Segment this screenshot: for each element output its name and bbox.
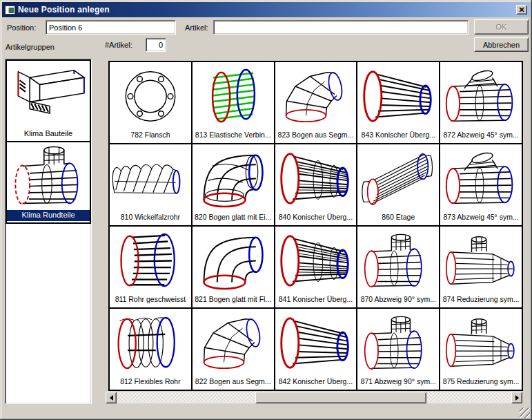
reduzierung-icon bbox=[442, 309, 520, 377]
konisch-a-icon bbox=[359, 62, 437, 131]
klima-bauteile-icon bbox=[8, 61, 88, 128]
window-title: Neue Position anlegen bbox=[18, 5, 110, 15]
article-cell[interactable]: 782 Flansch bbox=[110, 62, 191, 143]
scrollbar-thumb[interactable] bbox=[255, 392, 426, 403]
article-cell[interactable]: 810 Wickelfalzrohr bbox=[110, 144, 191, 225]
article-cell[interactable]: 872 Abzweig 45° sym... bbox=[440, 62, 522, 143]
bogen-glatt-grid-icon bbox=[195, 144, 272, 213]
article-label: 812 Flexibles Rohr bbox=[120, 377, 181, 388]
horizontal-scrollbar[interactable] bbox=[106, 392, 522, 403]
elastische-icon bbox=[195, 62, 272, 131]
resize-grip-icon[interactable] bbox=[520, 408, 530, 418]
article-label: 841 Konischer Überg... bbox=[279, 295, 353, 305]
article-cell[interactable]: 842 Konischer Überg... bbox=[275, 309, 357, 390]
article-cell[interactable]: 813 Elastische Verbin... bbox=[193, 62, 274, 143]
article-label: 874 Reduzierung sym... bbox=[443, 295, 520, 305]
article-label: 821 Bogen glatt mit Fl... bbox=[195, 295, 271, 305]
new-position-dialog: Neue Position anlegen ✕ Position: Artike… bbox=[0, 0, 532, 420]
article-label: 842 Konischer Überg... bbox=[279, 377, 353, 388]
article-cell[interactable]: 840 Konischer Überg... bbox=[275, 144, 357, 225]
artikel-count-value: 0 bbox=[146, 38, 166, 52]
article-cell[interactable]: 874 Reduzierung sym... bbox=[440, 227, 522, 307]
article-label: 872 Abzweig 45° sym... bbox=[443, 131, 518, 141]
abzweig90-icon bbox=[359, 227, 437, 295]
konisch-b-icon bbox=[277, 144, 354, 213]
wickelfalz-icon bbox=[112, 144, 189, 213]
article-cell[interactable]: 823 Bogen aus Segm... bbox=[275, 62, 357, 143]
konisch-a-icon bbox=[277, 309, 354, 377]
article-label: 822 Bogen aus Segm... bbox=[195, 377, 271, 388]
artikel-count-label: #Artikel: bbox=[105, 41, 132, 49]
article-cell[interactable]: 820 Bogen glatt mit Ei... bbox=[193, 144, 274, 225]
scroll-right-icon bbox=[515, 395, 522, 401]
reduzierung-icon bbox=[442, 227, 520, 295]
article-label: 820 Bogen glatt mit Ei... bbox=[195, 213, 271, 223]
article-cell[interactable]: 811 Rohr geschweisst bbox=[110, 227, 191, 307]
abzweig45-icon bbox=[442, 144, 520, 213]
etage-icon bbox=[359, 144, 437, 213]
article-cell[interactable]: 875 Reduzierung sym... bbox=[440, 309, 522, 390]
article-cell[interactable]: 843 Konischer Überg... bbox=[357, 62, 439, 143]
article-label: 811 Rohr geschweisst bbox=[115, 295, 186, 305]
article-label: 843 Konischer Überg... bbox=[362, 131, 435, 141]
article-grid: 782 Flansch 813 Elastische Verbin... 823… bbox=[108, 61, 523, 391]
flexibles-icon bbox=[112, 309, 189, 377]
article-label: 840 Konischer Überg... bbox=[279, 213, 353, 223]
artikelgruppen-label: Artikelgruppen bbox=[6, 43, 55, 51]
scroll-left-icon bbox=[107, 395, 113, 401]
bogen-segm-icon bbox=[195, 309, 272, 377]
close-icon: ✕ bbox=[518, 6, 524, 14]
article-cell[interactable]: 821 Bogen glatt mit Fl... bbox=[193, 227, 274, 307]
position-input[interactable] bbox=[46, 20, 176, 35]
cancel-button[interactable]: Abbrechen bbox=[474, 37, 529, 52]
article-cell[interactable]: 812 Flexibles Rohr bbox=[110, 309, 191, 390]
article-label: 813 Elastische Verbin... bbox=[195, 131, 271, 141]
group-item[interactable]: Klima Rundteile bbox=[6, 141, 91, 224]
article-label: 810 Wickelfalzrohr bbox=[121, 213, 180, 223]
article-cell[interactable]: 860 Etage bbox=[357, 144, 439, 225]
abzweig90-icon bbox=[359, 309, 437, 377]
article-label: 870 Abzweig 90° sym... bbox=[361, 295, 436, 305]
article-cell[interactable]: 822 Bogen aus Segm... bbox=[193, 309, 274, 390]
app-window-icon bbox=[5, 6, 15, 15]
klima-rundteile-icon bbox=[8, 142, 88, 210]
group-item-label: Klima Bauteile bbox=[7, 128, 90, 140]
article-cell[interactable]: 871 Abzweig 90° sym... bbox=[357, 309, 439, 390]
abzweig45-icon bbox=[442, 62, 520, 131]
position-label: Position: bbox=[7, 23, 36, 32]
article-label: 823 Bogen aus Segm... bbox=[278, 131, 354, 141]
article-label: 871 Abzweig 90° sym... bbox=[361, 377, 436, 388]
scroll-right-button[interactable] bbox=[511, 392, 522, 403]
bogen-segm-icon bbox=[277, 62, 354, 131]
close-button[interactable]: ✕ bbox=[516, 5, 527, 15]
article-label: 782 Flansch bbox=[130, 131, 170, 141]
article-cell[interactable]: 873 Abzweig 45° sym... bbox=[440, 144, 522, 225]
group-item[interactable]: Klima Bauteile bbox=[6, 59, 91, 142]
article-cell[interactable]: 841 Konischer Überg... bbox=[275, 227, 357, 307]
title-bar[interactable]: Neue Position anlegen ✕ bbox=[2, 2, 530, 17]
ok-button[interactable]: OK bbox=[474, 19, 529, 35]
article-cell[interactable]: 870 Abzweig 90° sym... bbox=[357, 227, 439, 307]
article-label: 875 Reduzierung sym... bbox=[443, 377, 520, 388]
artikel-label: Artikel: bbox=[185, 23, 208, 32]
konisch-b-icon bbox=[277, 227, 354, 295]
artikel-input[interactable] bbox=[213, 20, 469, 35]
bogen-glatt-plain-icon bbox=[195, 227, 272, 295]
article-label: 860 Etage bbox=[382, 213, 415, 223]
article-label: 873 Abzweig 45° sym... bbox=[443, 213, 518, 223]
rohr-geschweisst-icon bbox=[112, 227, 189, 295]
group-item-label: Klima Rundteile bbox=[7, 210, 90, 221]
article-group-list[interactable]: Klima Bauteile Klima Rundteile bbox=[5, 59, 92, 404]
flansch-icon bbox=[112, 62, 189, 131]
scroll-left-button[interactable] bbox=[106, 392, 117, 403]
